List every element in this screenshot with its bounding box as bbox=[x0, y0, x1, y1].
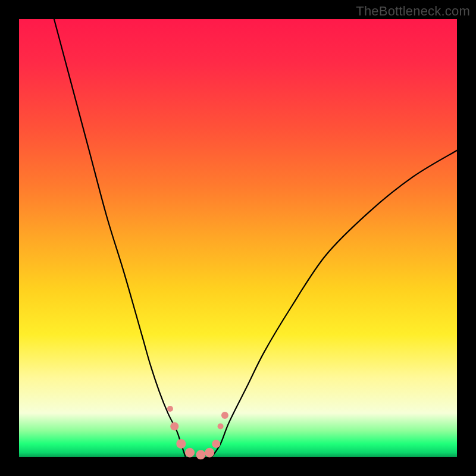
valley-dot bbox=[221, 412, 228, 419]
plot-area bbox=[19, 19, 457, 457]
valley-dot bbox=[170, 422, 178, 430]
valley-dot bbox=[176, 439, 186, 449]
valley-dot bbox=[218, 423, 224, 429]
chart-frame: TheBottleneck.com bbox=[0, 0, 476, 476]
curve-right-branch bbox=[212, 151, 457, 457]
curve-layer bbox=[19, 19, 457, 457]
valley-dot bbox=[212, 440, 220, 448]
valley-dot bbox=[167, 406, 173, 412]
valley-dot bbox=[185, 448, 195, 458]
curve-left-branch bbox=[54, 19, 186, 457]
valley-dot bbox=[205, 448, 214, 458]
watermark-text: TheBottleneck.com bbox=[356, 4, 470, 19]
valley-dots bbox=[167, 406, 228, 459]
valley-dot bbox=[196, 450, 205, 459]
